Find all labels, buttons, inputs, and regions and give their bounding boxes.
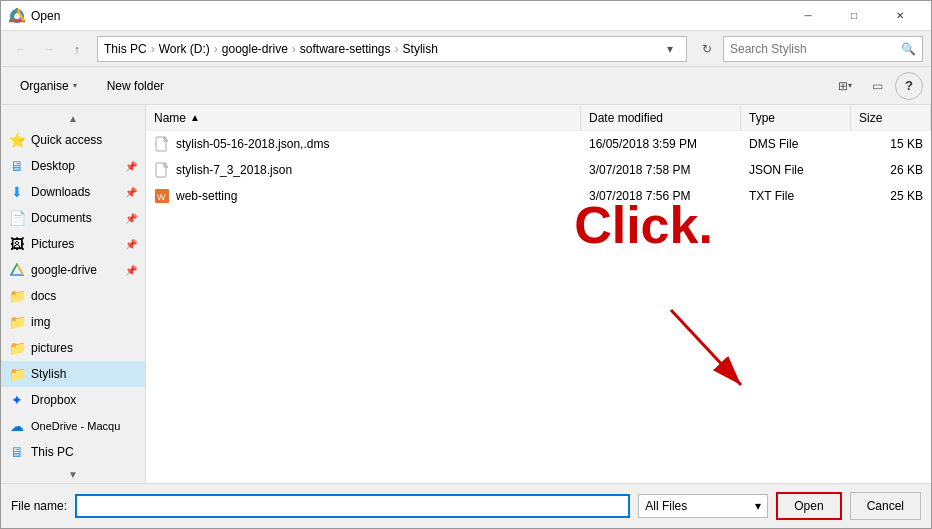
open-dialog: Open ─ □ ✕ ← → ↑ This PC › Work (D:) › g… xyxy=(0,0,932,529)
toolbar-right: ⊞▾ ▭ ? xyxy=(831,72,923,100)
sidebar-item-img[interactable]: 📁 img xyxy=(1,309,145,335)
file-column-headers: Name ▲ Date modified Type Size xyxy=(146,105,931,131)
sidebar-scroll-down[interactable]: ▼ xyxy=(1,465,145,483)
breadcrumb-item-3[interactable]: software-settings xyxy=(300,42,391,56)
file-name-2: W web-setting xyxy=(146,183,581,208)
navigation-bar: ← → ↑ This PC › Work (D:) › google-drive… xyxy=(1,31,931,67)
filename-label: File name: xyxy=(11,499,67,513)
onedrive-icon: ☁ xyxy=(9,418,25,434)
minimize-button[interactable]: ─ xyxy=(785,1,831,31)
file-type-2: TXT File xyxy=(741,183,851,208)
folder-icon-img: 📁 xyxy=(9,314,25,330)
file-date-1: 3/07/2018 7:58 PM xyxy=(581,157,741,182)
sidebar-item-google-drive[interactable]: google-drive 📌 xyxy=(1,257,145,283)
column-size[interactable]: Size xyxy=(851,105,931,130)
sidebar-item-pictures[interactable]: 🖼 Pictures 📌 xyxy=(1,231,145,257)
search-box: 🔍 xyxy=(723,36,923,62)
pin-icon-pictures: 📌 xyxy=(125,239,137,250)
breadcrumb-item-1[interactable]: Work (D:) xyxy=(159,42,210,56)
file-name-1: stylish-7_3_2018.json xyxy=(146,157,581,182)
window-title: Open xyxy=(31,9,785,23)
downloads-icon: ⬇ xyxy=(9,184,25,200)
open-button[interactable]: Open xyxy=(776,492,841,520)
window-controls: ─ □ ✕ xyxy=(785,1,923,31)
breadcrumb-dropdown[interactable]: ▾ xyxy=(660,38,680,60)
svg-point-2 xyxy=(15,13,20,18)
refresh-button[interactable]: ↻ xyxy=(695,37,719,61)
column-date[interactable]: Date modified xyxy=(581,105,741,130)
new-folder-button[interactable]: New folder xyxy=(96,72,175,100)
table-row[interactable]: stylish-7_3_2018.json 3/07/2018 7:58 PM … xyxy=(146,157,931,183)
column-type[interactable]: Type xyxy=(741,105,851,130)
sidebar-item-desktop[interactable]: 🖥 Desktop 📌 xyxy=(1,153,145,179)
svg-text:W: W xyxy=(157,192,166,202)
pin-icon-gdrive: 📌 xyxy=(125,265,137,276)
sidebar: ▲ ⭐ Quick access 🖥 Desktop 📌 ⬇ Downloads… xyxy=(1,105,146,483)
sidebar-item-pictures2[interactable]: 📁 pictures xyxy=(1,335,145,361)
file-date-0: 16/05/2018 3:59 PM xyxy=(581,131,741,156)
pc-icon: 🖥 xyxy=(9,444,25,460)
file-size-2: 25 KB xyxy=(851,183,931,208)
search-icon[interactable]: 🔍 xyxy=(901,42,916,56)
breadcrumb[interactable]: This PC › Work (D:) › google-drive › sof… xyxy=(97,36,687,62)
file-size-1: 26 KB xyxy=(851,157,931,182)
maximize-button[interactable]: □ xyxy=(831,1,877,31)
table-row[interactable]: W web-setting 3/07/2018 7:56 PM TXT File… xyxy=(146,183,931,209)
help-button[interactable]: ? xyxy=(895,72,923,100)
svg-line-4 xyxy=(17,264,23,275)
breadcrumb-item-2[interactable]: google-drive xyxy=(222,42,288,56)
table-row[interactable]: stylish-05-16-2018.json,.dms 16/05/2018 … xyxy=(146,131,931,157)
file-name-0: stylish-05-16-2018.json,.dms xyxy=(146,131,581,156)
view-button[interactable]: ⊞▾ xyxy=(831,72,859,100)
file-icon-1 xyxy=(154,162,170,178)
preview-pane-button[interactable]: ▭ xyxy=(863,72,891,100)
google-drive-icon xyxy=(9,262,25,278)
sidebar-item-this-pc[interactable]: 🖥 This PC xyxy=(1,439,145,465)
up-button[interactable]: ↑ xyxy=(65,37,89,61)
pin-icon-desktop: 📌 xyxy=(125,161,137,172)
documents-icon: 📄 xyxy=(9,210,25,226)
svg-line-5 xyxy=(11,264,17,275)
close-button[interactable]: ✕ xyxy=(877,1,923,31)
folder-icon-docs: 📁 xyxy=(9,288,25,304)
sidebar-item-onedrive[interactable]: ☁ OneDrive - Macqu xyxy=(1,413,145,439)
main-content: ▲ ⭐ Quick access 🖥 Desktop 📌 ⬇ Downloads… xyxy=(1,105,931,483)
sidebar-item-documents[interactable]: 📄 Documents 📌 xyxy=(1,205,145,231)
sidebar-item-stylish[interactable]: 📁 Stylish xyxy=(1,361,145,387)
breadcrumb-content: This PC › Work (D:) › google-drive › sof… xyxy=(104,42,438,56)
search-input[interactable] xyxy=(730,42,901,56)
title-bar: Open ─ □ ✕ xyxy=(1,1,931,31)
folder-icon-pictures2: 📁 xyxy=(9,340,25,356)
file-icon-0 xyxy=(154,136,170,152)
file-list: stylish-05-16-2018.json,.dms 16/05/2018 … xyxy=(146,131,931,483)
file-date-2: 3/07/2018 7:56 PM xyxy=(581,183,741,208)
pictures-icon: 🖼 xyxy=(9,236,25,252)
breadcrumb-item-0[interactable]: This PC xyxy=(104,42,147,56)
sidebar-item-downloads[interactable]: ⬇ Downloads 📌 xyxy=(1,179,145,205)
file-pane: Name ▲ Date modified Type Size xyxy=(146,105,931,483)
app-icon xyxy=(9,8,25,24)
pin-icon-documents: 📌 xyxy=(125,213,137,224)
back-button[interactable]: ← xyxy=(9,37,33,61)
toolbar: Organise ▾ New folder ⊞▾ ▭ ? xyxy=(1,67,931,105)
filename-input[interactable] xyxy=(75,494,630,518)
desktop-icon: 🖥 xyxy=(9,158,25,174)
dropbox-icon: ✦ xyxy=(9,392,25,408)
forward-button[interactable]: → xyxy=(37,37,61,61)
cancel-button[interactable]: Cancel xyxy=(850,492,921,520)
dropdown-arrow: ▾ xyxy=(755,499,761,513)
column-name[interactable]: Name ▲ xyxy=(146,105,581,130)
organise-button[interactable]: Organise ▾ xyxy=(9,72,88,100)
breadcrumb-item-4[interactable]: Stylish xyxy=(403,42,438,56)
pin-icon-downloads: 📌 xyxy=(125,187,137,198)
sidebar-item-docs[interactable]: 📁 docs xyxy=(1,283,145,309)
organise-dropdown-arrow: ▾ xyxy=(73,81,77,90)
sidebar-item-dropbox[interactable]: ✦ Dropbox xyxy=(1,387,145,413)
svg-marker-3 xyxy=(11,264,23,275)
sidebar-item-quick-access[interactable]: ⭐ Quick access xyxy=(1,127,145,153)
sidebar-scroll-up[interactable]: ▲ xyxy=(1,109,145,127)
filetype-dropdown[interactable]: All Files ▾ xyxy=(638,494,768,518)
folder-icon-stylish: 📁 xyxy=(9,366,25,382)
sort-arrow: ▲ xyxy=(190,112,200,123)
file-icon-2: W xyxy=(154,188,170,204)
